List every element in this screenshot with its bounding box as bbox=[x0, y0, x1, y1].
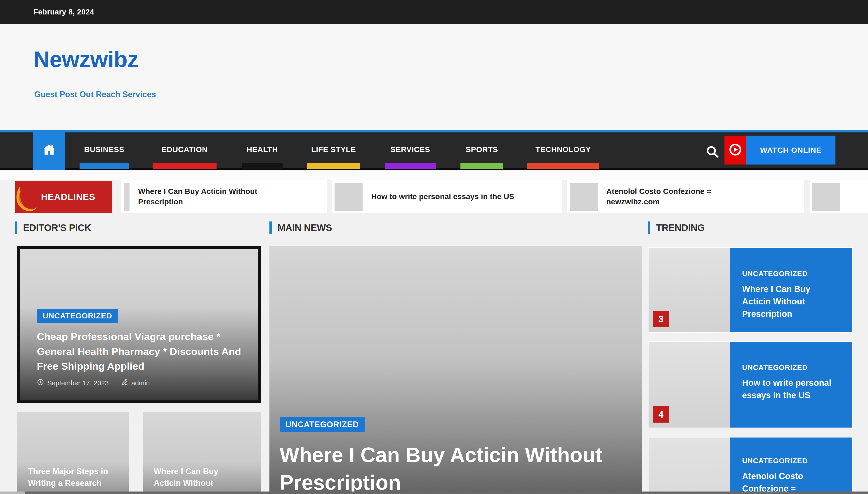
category-badge[interactable]: UNCATEGORIZED bbox=[280, 417, 364, 432]
trending-item[interactable]: 3 UNCATEGORIZED Where I Can Buy Acticin … bbox=[648, 247, 853, 333]
home-button[interactable] bbox=[33, 130, 65, 170]
topbar: February 8, 2024 bbox=[0, 0, 868, 24]
trending-title[interactable]: How to write personal essays in the US bbox=[742, 377, 841, 402]
author-icon bbox=[121, 379, 128, 387]
trending-item[interactable]: UNCATEGORIZED Atenolol Costo Confezione … bbox=[648, 437, 853, 494]
search-button[interactable] bbox=[705, 144, 721, 160]
main-news-badge-wrap: UNCATEGORIZED bbox=[280, 417, 364, 432]
site-tagline: Guest Post Out Reach Services bbox=[34, 90, 156, 99]
nav-underline bbox=[153, 163, 216, 169]
editor-pick-card[interactable]: Three Major Steps in Writing a Research bbox=[17, 412, 129, 494]
main-navigation: BUSINESS EDUCATION HEALTH LIFE STYLE SER… bbox=[0, 130, 868, 170]
trending-title[interactable]: Atenolol Costo Confezione = newzwibz.com bbox=[742, 470, 841, 494]
category-badge[interactable]: UNCATEGORIZED bbox=[37, 309, 118, 323]
main-news-heading: MAIN NEWS bbox=[269, 222, 332, 234]
trending-title[interactable]: Where I Can Buy Acticin Without Prescrip… bbox=[742, 283, 841, 320]
trending-item[interactable]: 4 UNCATEGORIZED How to write personal es… bbox=[648, 341, 853, 428]
home-icon bbox=[42, 142, 56, 158]
site-header: Newzwibz Guest Post Out Reach Services bbox=[0, 24, 868, 130]
nav-underline bbox=[79, 163, 129, 169]
featured-overlay: UNCATEGORIZED Cheap Professional Viagra … bbox=[37, 309, 246, 387]
trending-panel: UNCATEGORIZED Where I Can Buy Acticin Wi… bbox=[730, 248, 852, 332]
ticker-thumbnail bbox=[812, 183, 840, 211]
trending-category[interactable]: UNCATEGORIZED bbox=[742, 270, 841, 278]
rank-badge: 4 bbox=[653, 406, 669, 423]
headlines-label: HEADLINES bbox=[15, 181, 112, 213]
nav-item-business[interactable]: BUSINESS bbox=[79, 132, 129, 168]
card-title[interactable]: Where I Can Buy Acticin Without bbox=[154, 466, 228, 489]
nav-item-education[interactable]: EDUCATION bbox=[153, 132, 216, 168]
ticker-thumbnail bbox=[124, 183, 130, 211]
search-icon bbox=[705, 156, 720, 160]
play-circle-icon bbox=[728, 142, 743, 158]
ticker-item[interactable]: Atenolol Costo Confezione = newzwibz.com bbox=[567, 180, 804, 213]
nav-label: SERVICES bbox=[385, 132, 436, 166]
main-news-card[interactable]: UNCATEGORIZED Where I Can Buy Acticin Wi… bbox=[269, 246, 642, 494]
nav-item-health[interactable]: HEALTH bbox=[242, 132, 283, 168]
ticker-item[interactable]: How to write personal essays in the US bbox=[332, 180, 562, 213]
nav-bottom-band bbox=[0, 170, 868, 180]
ticker-thumbnail bbox=[570, 183, 598, 211]
trending-panel: UNCATEGORIZED How to write personal essa… bbox=[730, 342, 852, 428]
featured-article-image: UNCATEGORIZED Cheap Professional Viagra … bbox=[20, 249, 258, 400]
nav-label: HEALTH bbox=[242, 132, 283, 166]
nav-underline bbox=[460, 163, 503, 169]
watch-online-button[interactable]: WATCH ONLINE bbox=[746, 136, 835, 165]
nav-item-technology[interactable]: TECHNOLOGY bbox=[527, 132, 599, 168]
nav-label: EDUCATION bbox=[153, 132, 216, 166]
trending-category[interactable]: UNCATEGORIZED bbox=[742, 457, 841, 465]
headlines-ticker: HEADLINES Where I Can Buy Acticin Withou… bbox=[0, 180, 868, 214]
site-title[interactable]: Newzwibz bbox=[34, 46, 138, 72]
featured-article-card[interactable]: UNCATEGORIZED Cheap Professional Viagra … bbox=[17, 246, 261, 403]
card-title[interactable]: Three Major Steps in Writing a Research bbox=[28, 466, 123, 489]
ticker-item-title[interactable]: Atenolol Costo Confezione = newzwibz.com bbox=[606, 186, 733, 207]
featured-article-meta: September 17, 2023 admin bbox=[37, 379, 246, 387]
nav-underline bbox=[307, 163, 360, 169]
horizontal-scrollbar[interactable] bbox=[0, 492, 868, 494]
ticker-item-title[interactable]: Where I Can Buy Acticin Without Prescrip… bbox=[138, 186, 292, 207]
current-date: February 8, 2024 bbox=[34, 0, 94, 24]
nav-underline bbox=[527, 163, 599, 169]
flame-icon bbox=[14, 184, 41, 215]
live-video-button[interactable] bbox=[724, 136, 746, 165]
headlines-text: HEADLINES bbox=[41, 192, 95, 202]
clock-icon bbox=[37, 379, 44, 387]
nav-label: BUSINESS bbox=[79, 132, 129, 166]
editor-pick-card[interactable]: Where I Can Buy Acticin Without bbox=[143, 412, 261, 494]
nav-item-sports[interactable]: SPORTS bbox=[460, 132, 503, 168]
trending-heading: TRENDING bbox=[648, 222, 704, 234]
rank-badge: 3 bbox=[653, 311, 669, 327]
featured-article-title[interactable]: Cheap Professional Viagra purchase * Gen… bbox=[37, 329, 247, 374]
nav-label: SPORTS bbox=[460, 132, 503, 166]
ticker-item-title[interactable]: How to write personal essays in the US bbox=[371, 191, 552, 202]
trending-panel: UNCATEGORIZED Atenolol Costo Confezione … bbox=[730, 437, 852, 494]
trending-thumbnail: 3 bbox=[648, 248, 730, 332]
nav-item-life-style[interactable]: LIFE STYLE bbox=[307, 132, 360, 168]
featured-article-date: September 17, 2023 bbox=[47, 379, 109, 387]
trending-category[interactable]: UNCATEGORIZED bbox=[742, 363, 841, 372]
trending-thumbnail: 4 bbox=[648, 342, 730, 428]
page: February 8, 2024 Newzwibz Guest Post Out… bbox=[0, 0, 868, 494]
editors-pick-heading: EDITOR'S PICK bbox=[15, 222, 91, 234]
nav-item-services[interactable]: SERVICES bbox=[385, 132, 436, 168]
trending-thumbnail bbox=[648, 437, 730, 494]
ticker-item-partial[interactable] bbox=[810, 180, 868, 213]
nav-underline bbox=[242, 163, 283, 169]
featured-article-author[interactable]: admin bbox=[131, 379, 150, 387]
nav-label: TECHNOLOGY bbox=[527, 132, 599, 166]
ticker-item[interactable]: Where I Can Buy Acticin Without Prescrip… bbox=[121, 180, 327, 213]
scrollbar-thumb[interactable] bbox=[25, 492, 868, 494]
nav-label: LIFE STYLE bbox=[307, 132, 360, 166]
ticker-thumbnail bbox=[335, 183, 362, 211]
main-news-title[interactable]: Where I Can Buy Acticin Without Prescrip… bbox=[280, 441, 637, 494]
nav-underline bbox=[385, 163, 436, 169]
